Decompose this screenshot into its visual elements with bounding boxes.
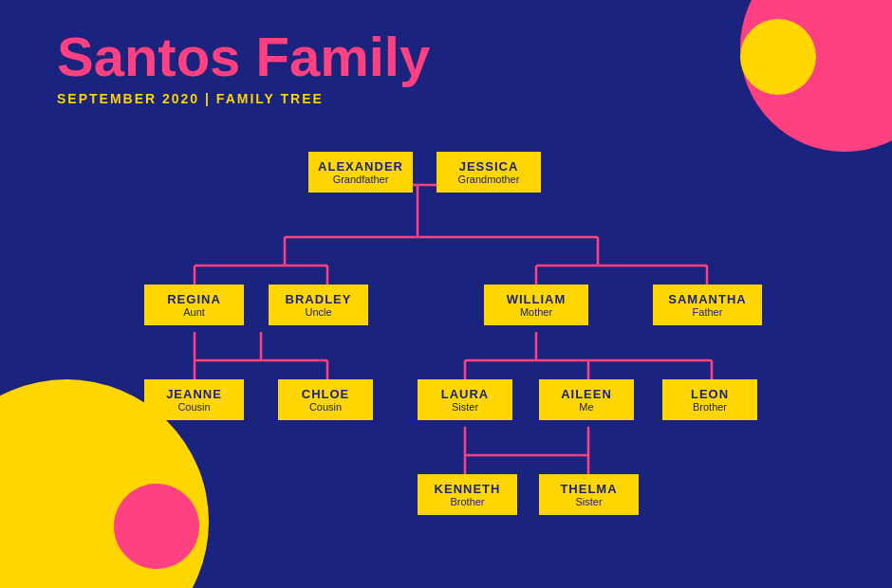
family-tree: ALEXANDER Grandfather JESSICA Grandmothe… [0,133,892,588]
node-alexander: ALEXANDER Grandfather [308,152,413,193]
deco-circle-top-right-yellow [740,19,816,95]
node-samantha: SAMANTHA Father [653,285,762,325]
node-william: WILLIAM Mother [484,285,588,325]
node-leon: LEON Brother [662,379,757,420]
node-kenneth: KENNETH Brother [418,474,517,515]
node-regina: REGINA Aunt [144,285,244,325]
tree-lines [0,133,892,588]
node-jeanne: JEANNE Cousin [144,379,244,420]
page-title: Santos Family [57,27,430,87]
node-bradley: BRADLEY Uncle [269,285,368,325]
node-laura: LAURA Sister [418,379,512,420]
node-thelma: THELMA Sister [539,474,639,515]
node-jessica: JESSICA Grandmother [437,152,541,193]
node-aileen: AILEEN Me [539,379,634,420]
page-subtitle: SEPTEMBER 2020 | FAMILY TREE [57,91,430,106]
header: Santos Family SEPTEMBER 2020 | FAMILY TR… [57,27,430,106]
node-chloe: CHLOE Cousin [278,379,373,420]
